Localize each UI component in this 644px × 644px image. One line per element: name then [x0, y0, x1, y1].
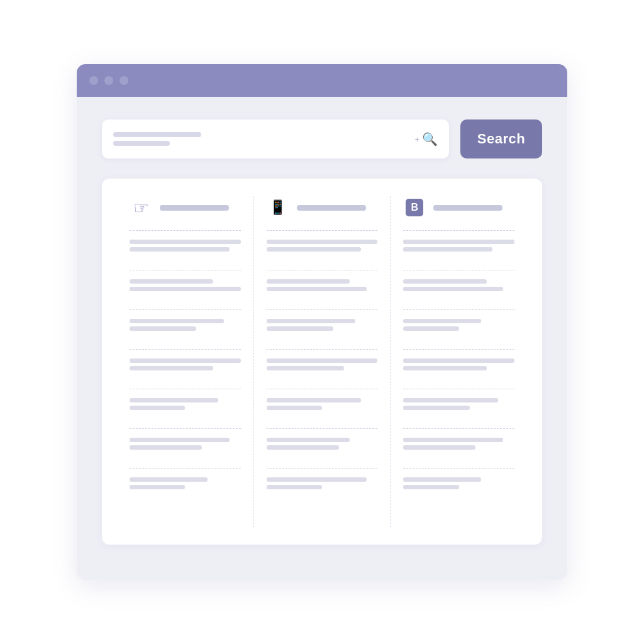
list-item: [267, 477, 378, 492]
divider: [403, 428, 514, 429]
list-item: [130, 319, 241, 334]
divider: [403, 468, 514, 469]
divider: [130, 428, 241, 429]
divider: [267, 468, 378, 469]
search-placeholder: [113, 132, 201, 146]
placeholder-line-2: [113, 141, 170, 146]
col3-title-line: [433, 205, 502, 211]
list-item: [130, 398, 241, 413]
list-item: [267, 398, 378, 413]
divider: [267, 230, 378, 231]
placeholder-line-1: [113, 132, 201, 137]
hand-icon: ☞: [130, 196, 152, 219]
col3-content: [403, 240, 514, 501]
list-item: [130, 358, 241, 374]
phone-icon: 📱: [267, 196, 289, 219]
list-item: [267, 438, 378, 453]
traffic-light-red[interactable]: [89, 76, 98, 85]
list-item: [267, 279, 378, 294]
list-item: [267, 319, 378, 334]
result-column-1: ☞: [117, 196, 254, 527]
divider: [267, 428, 378, 429]
col1-content: [130, 240, 241, 501]
list-item: [403, 398, 514, 413]
column-header-2: 📱: [267, 196, 378, 219]
results-panel: ☞: [102, 179, 542, 545]
divider: [403, 349, 514, 350]
list-item: [403, 319, 514, 334]
divider: [130, 309, 241, 310]
divider: [267, 349, 378, 350]
list-item: [403, 438, 514, 453]
column-header-1: ☞: [130, 196, 241, 219]
search-button[interactable]: Search: [460, 119, 542, 158]
list-item: [267, 358, 378, 374]
blogger-icon: B: [403, 196, 426, 219]
divider: [403, 309, 514, 310]
list-item: [130, 279, 241, 294]
plus-sign: +: [414, 135, 419, 144]
divider: [403, 230, 514, 231]
divider: [403, 270, 514, 270]
result-column-2: 📱: [254, 196, 391, 527]
title-bar: [77, 64, 567, 97]
list-item: [130, 240, 241, 255]
search-row: + 🔍 Search: [102, 119, 542, 158]
search-input-container: + 🔍: [102, 119, 449, 158]
divider: [267, 389, 378, 389]
traffic-light-yellow[interactable]: [104, 76, 113, 85]
list-item: [403, 240, 514, 255]
traffic-light-green[interactable]: [119, 76, 128, 85]
list-item: [267, 240, 378, 255]
window-body: + 🔍 Search ☞: [77, 97, 567, 580]
divider: [130, 468, 241, 469]
column-header-3: B: [403, 196, 514, 219]
search-icon-area: + 🔍: [414, 131, 438, 147]
result-column-3: B: [391, 196, 527, 527]
divider: [130, 230, 241, 231]
list-item: [403, 358, 514, 374]
list-item: [403, 477, 514, 492]
divider: [130, 270, 241, 270]
divider: [267, 270, 378, 270]
list-item: [130, 477, 241, 492]
col1-title-line: [160, 205, 229, 211]
col2-content: [267, 240, 378, 501]
divider: [130, 389, 241, 389]
list-item: [130, 438, 241, 453]
list-item: [403, 279, 514, 294]
browser-window: + 🔍 Search ☞: [77, 64, 567, 580]
divider: [403, 389, 514, 389]
divider: [267, 309, 378, 310]
col2-title-line: [297, 205, 366, 211]
divider: [130, 349, 241, 350]
magnifier-icon: 🔍: [422, 131, 438, 147]
